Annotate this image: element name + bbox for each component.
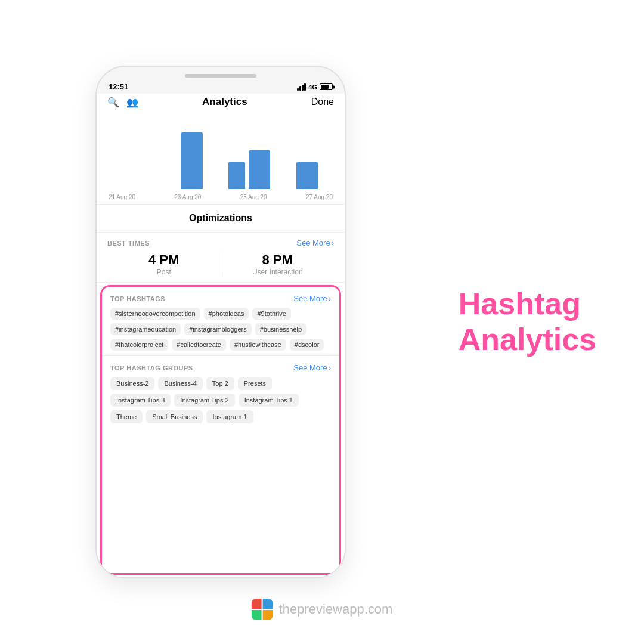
hashtag-tag-1: #photoideas [204,308,249,320]
battery-icon [320,83,333,90]
highlighted-section: TOP HASHTAGS See More › #sisterhoodoverc… [100,285,341,575]
logo-q3 [252,610,262,620]
chart-bar-25a [228,162,245,189]
chart-labels: 21 Aug 20 23 Aug 20 25 Aug 20 27 Aug 20 [109,191,333,200]
people-icon[interactable] [126,97,138,108]
hashtag-tag-2: #9tothrive [252,308,290,320]
logo-q2 [263,599,273,609]
search-icon[interactable] [107,97,119,108]
chevron-right-icon: › [332,239,334,247]
post-time-value: 4 PM [107,252,221,268]
group-tag-0: Business-2 [110,377,154,390]
group-tag-6: Instagram Tips 1 [239,394,299,407]
bottom-branding: thepreviewapp.com [252,599,393,620]
hashtag-tag-6: #thatcolorproject [110,339,168,351]
group-tag-5: Instagram Tips 2 [174,394,234,407]
hashtag-analytics-heading: Hashtag Analytics [459,286,596,358]
status-icons: 4G [297,83,333,91]
hashtag-tag-9: #dscolor [290,339,324,351]
group-tag-1: Business-4 [158,377,202,390]
interaction-time-label: User Interaction [221,268,335,276]
best-times-section: BEST TIMES See More › 4 PM Post 8 PM Use… [97,233,345,283]
group-tag-2: Top 2 [206,377,234,390]
top-hashtags-header: TOP HASHTAGS See More › [110,294,331,303]
chart-area: 21 Aug 20 23 Aug 20 25 Aug 20 27 Aug 20 [97,114,345,205]
chart-bar-27 [296,162,318,189]
status-bar: 12:51 4G [97,78,345,94]
best-times-header: BEST TIMES See More › [107,239,334,247]
logo-q4 [263,610,273,620]
group-tags-list: Business-2 Business-4 Top 2 Presets Inst… [110,377,331,423]
phone-mockup: 12:51 4G Analytics Done [95,66,346,578]
top-groups-section: TOP HASHTAG GROUPS See More › Business-2… [102,356,339,428]
chart-bar-25b [249,150,270,189]
right-heading: Hashtag Analytics [459,286,596,358]
network-type: 4G [308,83,317,91]
signal-bars-icon [297,83,306,91]
chart-label-1: 23 Aug 20 [174,194,201,200]
chart-bars [109,120,333,191]
chart-bar-23 [181,132,203,189]
hashtag-tag-4: #instagrambloggers [184,323,252,335]
group-tag-4: Instagram Tips 3 [110,394,171,407]
best-times-label: BEST TIMES [107,240,150,247]
brand-logo-icon [252,599,273,620]
top-groups-see-more[interactable]: See More › [293,363,331,372]
group-tag-3: Presets [238,377,272,390]
page-wrapper: 12:51 4G Analytics Done [0,0,644,644]
phone-content: 21 Aug 20 23 Aug 20 25 Aug 20 27 Aug 20 … [97,114,345,577]
chevron-right-icon-2: › [329,294,331,303]
hashtag-tag-3: #instagrameducation [110,323,181,335]
top-hashtags-section: TOP HASHTAGS See More › #sisterhoodoverc… [102,287,339,356]
hashtag-tag-7: #calledtocreate [172,339,226,351]
header-left-icons [107,97,138,108]
group-tag-8: Small Business [146,410,203,423]
top-hashtags-label: TOP HASHTAGS [110,295,165,302]
group-tag-9: Instagram 1 [206,410,253,423]
optimizations-section: Optimizations [97,205,345,233]
hashtag-tags-list: #sisterhoodovercompetition #photoideas #… [110,308,331,351]
top-groups-header: TOP HASHTAG GROUPS See More › [110,363,331,372]
chart-label-3: 27 Aug 20 [306,194,333,200]
hashtag-tag-0: #sisterhoodovercompetition [110,308,200,320]
top-hashtags-see-more[interactable]: See More › [293,294,331,303]
post-time-label: Post [107,268,221,276]
hashtag-tag-5: #businesshelp [255,323,306,335]
app-header: Analytics Done [97,94,345,114]
best-times-grid: 4 PM Post 8 PM User Interaction [107,252,334,276]
post-time-item: 4 PM Post [107,252,221,276]
header-title: Analytics [202,96,247,108]
chart-label-2: 25 Aug 20 [240,194,267,200]
interaction-time-item: 8 PM User Interaction [221,252,335,276]
brand-url: thepreviewapp.com [279,602,393,617]
group-tag-7: Theme [110,410,143,423]
hashtag-tag-8: #hustlewithease [230,339,286,351]
chart-label-0: 21 Aug 20 [109,194,135,200]
best-times-see-more[interactable]: See More › [296,239,334,247]
done-button[interactable]: Done [311,97,334,107]
optimizations-title: Optimizations [109,213,333,224]
top-groups-label: TOP HASHTAG GROUPS [110,364,193,371]
interaction-time-value: 8 PM [221,252,335,268]
time-display: 12:51 [109,82,128,91]
logo-q1 [252,599,262,609]
chevron-right-icon-3: › [329,363,331,372]
